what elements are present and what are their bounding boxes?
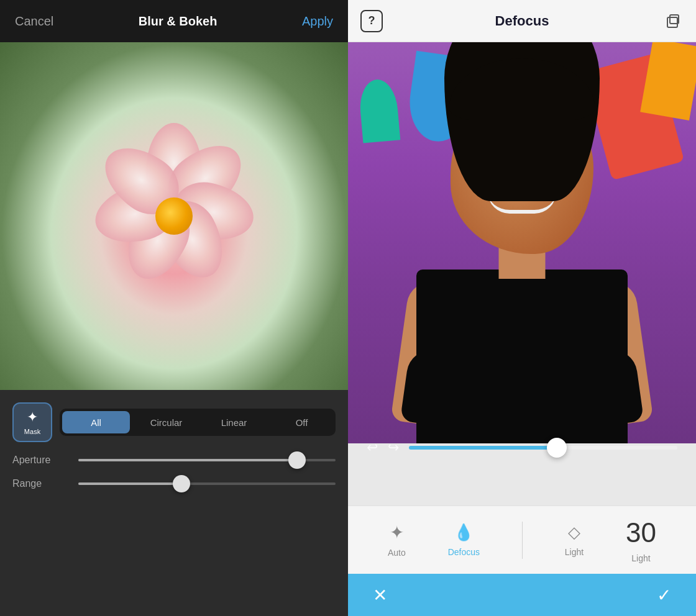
mask-icon: ✦ — [27, 409, 38, 425]
flower-center — [124, 166, 224, 266]
flower-core — [155, 197, 193, 235]
blur-type-selector: All Circular Linear Off — [60, 409, 336, 436]
auto-label: Auto — [388, 548, 406, 558]
type-option-linear[interactable]: Linear — [200, 409, 268, 436]
right-slider-thumb[interactable] — [547, 438, 567, 458]
type-option-off[interactable]: Off — [268, 409, 336, 436]
toolbar-value-group: 30 Light — [626, 517, 656, 563]
left-header: Cancel Blur & Bokeh Apply — [0, 0, 348, 42]
svg-rect-0 — [667, 17, 677, 27]
copy-button[interactable] — [661, 10, 684, 32]
right-title: Defocus — [495, 13, 549, 29]
flower-image — [0, 42, 348, 390]
toolbar-items: ✦ Auto 💧 Defocus ◇ Light 30 Light — [348, 517, 696, 563]
range-slider-fill — [78, 482, 181, 485]
undo-button[interactable]: ↩ — [367, 440, 378, 456]
toolbar-divider — [522, 522, 523, 559]
type-option-circular[interactable]: Circular — [132, 409, 200, 436]
right-slider-overlay: ↩ ↪ — [348, 440, 696, 456]
defocus-label: Defocus — [448, 547, 480, 557]
left-controls: ✦ Mask All Circular Linear Off Aperture … — [0, 390, 348, 616]
range-slider-track[interactable] — [78, 482, 336, 485]
action-cancel-button[interactable]: ✕ — [373, 585, 387, 605]
toolbar-item-light-icon[interactable]: ◇ Light — [565, 523, 584, 557]
redo-button[interactable]: ↪ — [388, 440, 399, 456]
aperture-slider-fill — [78, 459, 297, 461]
toolbar-item-defocus[interactable]: 💧 Defocus — [448, 523, 480, 557]
mask-button[interactable]: ✦ Mask — [12, 402, 52, 442]
page-title: Blur & Bokeh — [139, 14, 218, 29]
toolbar-value: 30 — [626, 517, 656, 548]
cancel-button[interactable]: Cancel — [15, 14, 53, 29]
aperture-slider-thumb[interactable] — [288, 451, 306, 469]
help-icon: ? — [369, 14, 375, 27]
right-action-bar: ✕ ✓ — [348, 574, 696, 616]
left-image-area — [0, 42, 348, 390]
person-silhouette — [404, 71, 640, 443]
aperture-label: Aperture — [12, 455, 68, 466]
toolbar-value-label: Light — [631, 553, 650, 563]
right-image-area: ↩ ↪ — [348, 42, 696, 505]
right-toolbar: ✦ Auto 💧 Defocus ◇ Light 30 Light — [348, 505, 696, 574]
shirt — [416, 270, 628, 443]
range-slider-row: Range — [12, 478, 336, 489]
light-icon: ◇ — [568, 523, 580, 542]
aperture-slider-track[interactable] — [78, 459, 336, 461]
right-slider-fill — [409, 446, 557, 450]
defocus-icon: 💧 — [454, 523, 474, 542]
toolbar-item-auto[interactable]: ✦ Auto — [388, 522, 406, 558]
range-label: Range — [12, 478, 68, 489]
left-panel: Cancel Blur & Bokeh Apply ✦ Mask — [0, 0, 348, 616]
portrait-container: ↩ ↪ — [348, 42, 696, 505]
apply-button[interactable]: Apply — [302, 14, 333, 29]
light-icon-label: Light — [565, 547, 584, 557]
help-button[interactable]: ? — [360, 10, 383, 32]
blur-type-row: ✦ Mask All Circular Linear Off — [12, 402, 336, 442]
right-slider-track[interactable] — [409, 446, 677, 450]
action-confirm-button[interactable]: ✓ — [657, 585, 671, 605]
aperture-slider-row: Aperture — [12, 455, 336, 466]
right-panel: ? Defocus — [348, 0, 696, 616]
right-header: ? Defocus — [348, 0, 696, 42]
auto-icon: ✦ — [390, 522, 404, 543]
range-slider-thumb[interactable] — [173, 475, 190, 492]
copy-icon — [664, 12, 681, 30]
mask-label: Mask — [24, 428, 40, 435]
type-option-all[interactable]: All — [62, 411, 130, 433]
